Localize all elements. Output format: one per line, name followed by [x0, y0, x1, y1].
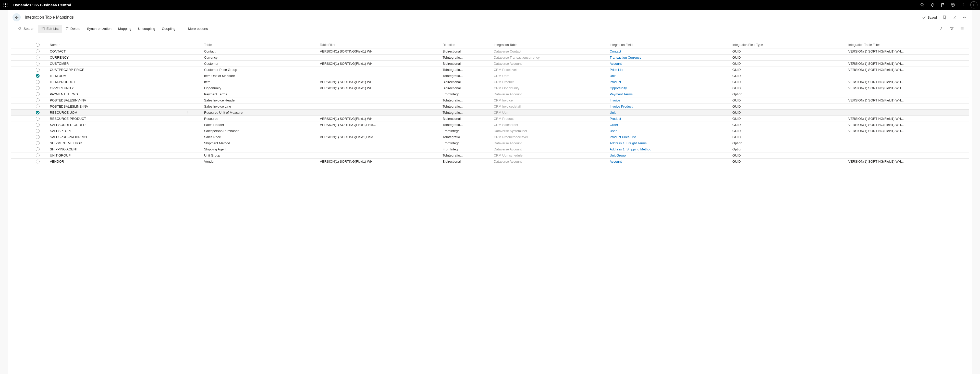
- cell-integration-field[interactable]: Unit: [608, 73, 730, 79]
- table-row[interactable]: OPPORTUNITYOpportunityVERSION(1) SORTING…: [11, 85, 969, 91]
- row-select[interactable]: [27, 61, 48, 67]
- row-more-menu[interactable]: [184, 61, 202, 67]
- cell-integration-field[interactable]: Order: [608, 122, 730, 128]
- row-select[interactable]: [27, 158, 48, 165]
- cell-integration-field[interactable]: Contact: [608, 48, 730, 55]
- cell-integration-field[interactable]: Address 1: Shipping Method: [608, 146, 730, 152]
- back-button[interactable]: [13, 13, 21, 21]
- table-row[interactable]: VENDORVendorVERSION(1) SORTING(Field1) W…: [11, 158, 969, 165]
- cell-name[interactable]: CURRENCY: [48, 55, 184, 61]
- column-table[interactable]: Table: [202, 41, 318, 48]
- column-integration-table[interactable]: Integration Table: [492, 41, 608, 48]
- table-row[interactable]: CONTACTContactVERSION(1) SORTING(Field1)…: [11, 48, 969, 55]
- row-select[interactable]: [27, 48, 48, 55]
- row-select[interactable]: [27, 91, 48, 97]
- row-more-menu[interactable]: [184, 134, 202, 140]
- settings-icon[interactable]: [948, 0, 958, 10]
- cell-integration-field[interactable]: Unit Group: [608, 152, 730, 158]
- row-more-menu[interactable]: [184, 91, 202, 97]
- cell-integration-field[interactable]: Payment Terms: [608, 91, 730, 97]
- flag-icon[interactable]: [938, 0, 947, 10]
- table-row[interactable]: →RESOURCE UOM⋮Resource Unit of MeasureTo…: [11, 109, 969, 116]
- cell-integration-field[interactable]: Product Price List: [608, 134, 730, 140]
- help-icon[interactable]: [959, 0, 968, 10]
- cell-integration-field[interactable]: Invoice: [608, 97, 730, 103]
- cell-integration-field[interactable]: Account: [608, 158, 730, 165]
- table-row[interactable]: UNIT GROUPUnit GroupToIntegratio...CRM U…: [11, 152, 969, 158]
- edit-list-action[interactable]: Edit List: [38, 25, 62, 33]
- table-row[interactable]: SALESPEOPLESalesperson/PurchaserFromInte…: [11, 128, 969, 134]
- column-direction[interactable]: Direction: [441, 41, 492, 48]
- row-more-menu[interactable]: ⋮: [184, 109, 202, 116]
- cell-name[interactable]: ITEM UOM: [48, 73, 184, 79]
- row-more-menu[interactable]: [184, 55, 202, 61]
- cell-integration-field[interactable]: Transaction Currency: [608, 55, 730, 61]
- table-row[interactable]: POSTEDSALESINV-INVSales Invoice HeaderTo…: [11, 97, 969, 103]
- cell-integration-field[interactable]: Address 1: Freight Terms: [608, 140, 730, 146]
- more-options-menu[interactable]: More options: [185, 25, 211, 33]
- cell-name[interactable]: OPPORTUNITY: [48, 85, 184, 91]
- row-more-menu[interactable]: [184, 67, 202, 73]
- row-select[interactable]: [27, 97, 48, 103]
- row-more-menu[interactable]: [184, 103, 202, 109]
- column-integration-field-type[interactable]: Integration Field Type: [730, 41, 846, 48]
- select-all-header[interactable]: [27, 41, 48, 48]
- cell-name[interactable]: POSTEDSALESINV-INV: [48, 97, 184, 103]
- mapping-menu[interactable]: Mapping: [115, 25, 135, 33]
- table-row[interactable]: SHIPPING AGENTShipping AgentFromIntegr..…: [11, 146, 969, 152]
- cell-integration-field[interactable]: Product: [608, 116, 730, 122]
- column-name[interactable]: Name: [48, 41, 184, 48]
- table-row[interactable]: ITEM-PRODUCTItemVERSION(1) SORTING(Field…: [11, 79, 969, 85]
- column-integration-table-filter[interactable]: Integration Table Filter: [846, 41, 969, 48]
- cell-name[interactable]: SALESORDER-ORDER: [48, 122, 184, 128]
- row-more-menu[interactable]: [184, 73, 202, 79]
- cell-name[interactable]: RESOURCE UOM: [48, 109, 184, 116]
- cell-name[interactable]: POSTEDSALESLINE-INV: [48, 103, 184, 109]
- cell-name[interactable]: RESOURCE-PRODUCT: [48, 116, 184, 122]
- row-more-menu[interactable]: [184, 116, 202, 122]
- row-select[interactable]: [27, 79, 48, 85]
- cell-name[interactable]: CUSTPRCGRP-PRICE: [48, 67, 184, 73]
- filter-icon[interactable]: [949, 26, 955, 32]
- cell-name[interactable]: CUSTOMER: [48, 61, 184, 67]
- column-table-filter[interactable]: Table Filter: [318, 41, 441, 48]
- bookmark-icon[interactable]: [942, 14, 947, 20]
- table-row[interactable]: ITEM UOMItem Unit of MeasureToIntegratio…: [11, 73, 969, 79]
- row-select[interactable]: [27, 146, 48, 152]
- row-more-menu[interactable]: [184, 85, 202, 91]
- cell-name[interactable]: SHIPPING AGENT: [48, 146, 184, 152]
- column-integration-field[interactable]: Integration Field: [608, 41, 730, 48]
- row-select[interactable]: [27, 55, 48, 61]
- cell-integration-field[interactable]: User: [608, 128, 730, 134]
- cell-integration-field[interactable]: Unit: [608, 109, 730, 116]
- row-select[interactable]: [27, 128, 48, 134]
- row-select[interactable]: [27, 122, 48, 128]
- cell-name[interactable]: CONTACT: [48, 48, 184, 55]
- table-row[interactable]: SALESPRC-PRODPRICESales PriceVERSION(1) …: [11, 134, 969, 140]
- app-launcher-button[interactable]: [2, 1, 10, 9]
- row-more-menu[interactable]: [184, 48, 202, 55]
- table-row[interactable]: POSTEDSALESLINE-INVSales Invoice LineToI…: [11, 103, 969, 109]
- table-row[interactable]: PAYMENT TERMSPayment TermsFromIntegr...D…: [11, 91, 969, 97]
- row-select[interactable]: [27, 103, 48, 109]
- row-more-menu[interactable]: [184, 152, 202, 158]
- cell-integration-field[interactable]: Account: [608, 61, 730, 67]
- cell-name[interactable]: PAYMENT TERMS: [48, 91, 184, 97]
- table-row[interactable]: CUSTOMERCustomerVERSION(1) SORTING(Field…: [11, 61, 969, 67]
- row-select[interactable]: [27, 85, 48, 91]
- table-row[interactable]: CURRENCYCurrencyToIntegratio...Dataverse…: [11, 55, 969, 61]
- row-more-menu[interactable]: [184, 140, 202, 146]
- row-more-menu[interactable]: [184, 146, 202, 152]
- cell-name[interactable]: SALESPEOPLE: [48, 128, 184, 134]
- collapse-icon[interactable]: [962, 14, 967, 20]
- cell-name[interactable]: ITEM-PRODUCT: [48, 79, 184, 85]
- table-row[interactable]: CUSTPRCGRP-PRICECustomer Price GroupToIn…: [11, 67, 969, 73]
- row-select[interactable]: [27, 109, 48, 116]
- row-select[interactable]: [27, 152, 48, 158]
- coupling-menu[interactable]: Coupling: [159, 25, 178, 33]
- row-more-menu[interactable]: [184, 97, 202, 103]
- cell-integration-field[interactable]: Invoice Product: [608, 103, 730, 109]
- search-action[interactable]: Search: [15, 25, 38, 33]
- list-view-icon[interactable]: [959, 26, 965, 32]
- row-select[interactable]: [27, 134, 48, 140]
